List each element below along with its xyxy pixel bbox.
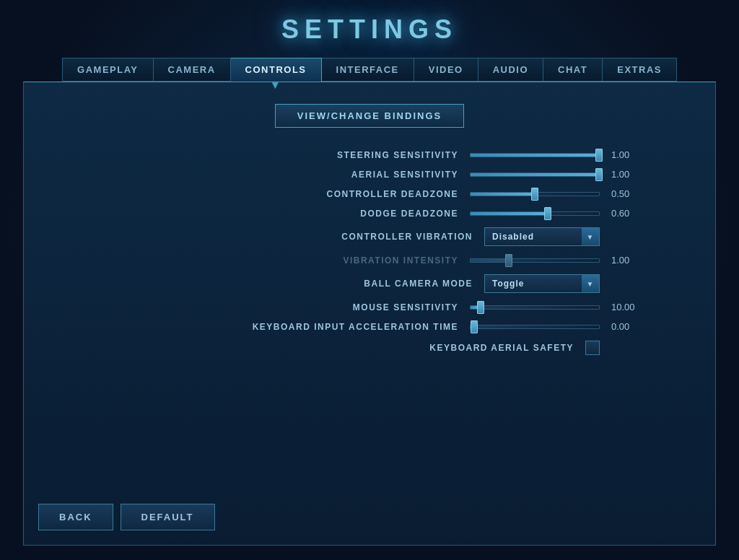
- tab-controls[interactable]: CONTROLS: [231, 58, 322, 82]
- controller-deadzone-row: CONTROLLER DEADZONE 0.50: [95, 188, 644, 199]
- keyboard-aerial-safety-label: KEYBOARD AERIAL SAFETY: [372, 343, 574, 353]
- mouse-sensitivity-row: MOUSE SENSITIVITY 10.00: [95, 302, 644, 312]
- back-button[interactable]: BACK: [38, 504, 113, 530]
- vibration-intensity-value: 1.00: [611, 255, 644, 266]
- tab-interface[interactable]: INTERFACE: [322, 58, 414, 82]
- steering-sensitivity-slider[interactable]: [470, 153, 600, 157]
- tab-chat[interactable]: CHAT: [543, 58, 603, 82]
- dropdown-arrow-icon: ▼: [582, 275, 599, 292]
- aerial-sensitivity-slider[interactable]: [470, 172, 600, 177]
- dodge-deadzone-row: DODGE DEADZONE 0.60: [95, 208, 644, 219]
- mouse-sensitivity-label: MOUSE SENSITIVITY: [256, 302, 458, 312]
- default-button[interactable]: DEFAULT: [121, 504, 215, 530]
- keyboard-acceleration-label: KEYBOARD INPUT ACCELERATION TIME: [253, 322, 458, 332]
- settings-panel: VIEW/CHANGE BINDINGS STEERING SENSITIVIT…: [23, 82, 716, 546]
- ball-camera-mode-dropdown[interactable]: Toggle ▼: [484, 274, 600, 293]
- settings-grid: STEERING SENSITIVITY 1.00 AERIAL SENSITI…: [95, 149, 644, 355]
- keyboard-acceleration-row: KEYBOARD INPUT ACCELERATION TIME 0.00: [95, 321, 644, 332]
- aerial-sensitivity-label: AERIAL SENSITIVITY: [256, 170, 458, 180]
- vibration-intensity-row: VIBRATION INTENSITY 1.00: [95, 255, 644, 266]
- keyboard-acceleration-value: 0.00: [611, 321, 644, 332]
- controller-deadzone-value: 0.50: [611, 188, 644, 199]
- dropdown-arrow-icon: ▼: [582, 228, 599, 245]
- steering-sensitivity-value: 1.00: [611, 149, 644, 160]
- keyboard-aerial-safety-checkbox[interactable]: [585, 341, 600, 355]
- tab-gameplay[interactable]: GAMEPLAY: [62, 58, 153, 82]
- controller-vibration-dropdown[interactable]: Disabled ▼: [484, 227, 600, 246]
- controller-deadzone-label: CONTROLLER DEADZONE: [256, 189, 458, 199]
- view-change-bindings-button[interactable]: VIEW/CHANGE BINDINGS: [275, 104, 464, 128]
- steering-sensitivity-label: STEERING SENSITIVITY: [256, 150, 458, 160]
- dodge-deadzone-slider[interactable]: [470, 211, 600, 216]
- controller-vibration-label: CONTROLLER VIBRATION: [271, 232, 473, 242]
- tab-audio[interactable]: AUDIO: [478, 58, 543, 82]
- main-container: SETTINGS GAMEPLAY CAMERA CONTROLS INTERF…: [0, 0, 739, 560]
- tab-camera[interactable]: CAMERA: [154, 58, 231, 82]
- aerial-sensitivity-row: AERIAL SENSITIVITY 1.00: [95, 169, 644, 180]
- mouse-sensitivity-value: 10.00: [611, 302, 644, 312]
- keyboard-acceleration-slider[interactable]: [470, 325, 600, 329]
- vibration-intensity-label: VIBRATION INTENSITY: [256, 255, 458, 266]
- controller-deadzone-slider[interactable]: [470, 192, 600, 196]
- ball-camera-mode-row: BALL CAMERA MODE Toggle ▼: [95, 274, 644, 293]
- page-title: SETTINGS: [281, 14, 458, 45]
- tab-bar: GAMEPLAY CAMERA CONTROLS INTERFACE VIDEO…: [62, 58, 677, 82]
- tab-video[interactable]: VIDEO: [414, 58, 478, 82]
- ball-camera-mode-label: BALL CAMERA MODE: [271, 279, 473, 289]
- controller-vibration-row: CONTROLLER VIBRATION Disabled ▼: [95, 227, 644, 246]
- steering-sensitivity-row: STEERING SENSITIVITY 1.00: [95, 149, 644, 160]
- mouse-sensitivity-slider[interactable]: [470, 305, 600, 310]
- tab-extras[interactable]: EXTRAS: [603, 58, 677, 82]
- bottom-buttons: BACK DEFAULT: [38, 493, 215, 530]
- aerial-sensitivity-value: 1.00: [611, 169, 644, 180]
- dodge-deadzone-value: 0.60: [611, 208, 644, 219]
- keyboard-aerial-safety-row: KEYBOARD AERIAL SAFETY: [95, 341, 644, 355]
- dodge-deadzone-label: DODGE DEADZONE: [256, 209, 458, 219]
- vibration-intensity-slider[interactable]: [470, 258, 600, 263]
